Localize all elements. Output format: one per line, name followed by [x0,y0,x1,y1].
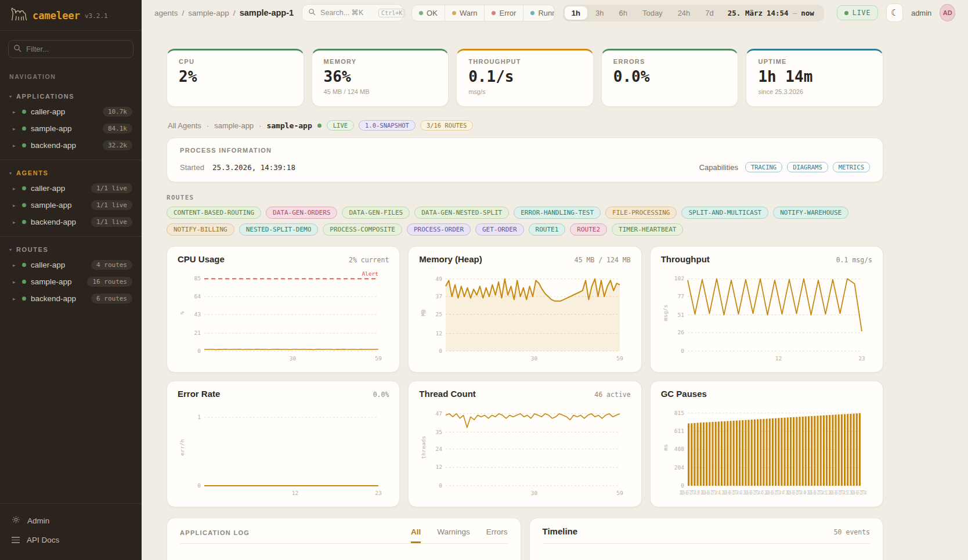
log-tab-all[interactable]: All [411,528,421,543]
svg-text:204: 204 [674,464,684,471]
username: admin [911,9,931,17]
status-filter-label: OK [427,9,438,17]
time-range-6h[interactable]: 6h [612,6,634,20]
time-range-3h[interactable]: 3h [588,6,611,20]
log-tab-warnings[interactable]: Warnings [437,528,470,543]
chart-current-value: 2% current [349,256,389,264]
breadcrumb-separator: / [233,9,236,17]
chart-current-value: 45 MB / 124 MB [575,256,631,264]
agentbar-app-link[interactable]: sample-app [214,121,254,130]
route-chip-file-processing[interactable]: FILE-PROCESSING [605,207,677,219]
sidebar-item-routes-sample-app[interactable]: ▸ sample-app 16 routes [0,273,142,290]
sidebar-item-routes-backend-app[interactable]: ▸ backend-app 6 routes [0,290,142,307]
app-logo[interactable]: cameleer v3.2.1 [0,0,142,31]
dark-mode-toggle[interactable]: ☾ [886,3,902,22]
count-badge: 84.1k [103,124,132,133]
svg-text:35: 35 [436,429,442,435]
sidebar-footer-admin[interactable]: Admin [0,511,142,530]
status-filter-ok[interactable]: OK [412,5,445,21]
kpi-label: ERRORS [613,58,727,65]
status-dot-icon [452,11,456,15]
sidebar-item-agents-sample-app[interactable]: ▸ sample-app 1/1 live [0,197,142,214]
capabilities-group: Capabilities TRACINGDIAGRAMSMETRICS [699,162,870,172]
section-header-applications[interactable]: ▾ APPLICATIONS [0,89,142,103]
sidebar-item-applications-sample-app[interactable]: ▸ sample-app 84.1k [0,120,142,137]
time-range-24h[interactable]: 24h [671,6,698,20]
capabilities-label: Capabilities [699,163,738,172]
moon-icon: ☾ [891,8,898,18]
svg-text:59: 59 [617,355,624,362]
kpi-value: 1h 14m [758,68,871,85]
sidebar-item-applications-caller-app[interactable]: ▸ caller-app 10.7k [0,103,142,120]
svg-text:23: 23 [375,490,381,496]
chevron-right-icon: ▸ [13,186,17,192]
route-chip-get-order[interactable]: GET-ORDER [475,223,524,236]
live-toggle[interactable]: LIVE [837,5,879,20]
kpi-card-memory: MEMORY 36% 45 MB / 124 MB [312,49,449,107]
status-dot-icon [22,220,26,224]
time-range-1h[interactable]: 1h [565,6,587,20]
status-filter-running[interactable]: Running [523,5,554,21]
route-chip-data-gen-files[interactable]: DATA-GEN-FILES [342,207,410,219]
chart-plot: 021436485%3059Alert [178,268,384,364]
route-chip-timer-heartbeat[interactable]: TIMER-HEARTBEAT [612,223,683,236]
route-chip-data-gen-nested-split[interactable]: DATA-GEN-NESTED-SPLIT [414,207,509,219]
item-name: backend-app [31,294,86,303]
svg-text:30: 30 [531,490,538,496]
route-chip-process-order[interactable]: PROCESS-ORDER [407,223,471,236]
status-dot-icon [419,11,423,15]
time-range-display[interactable]: 25. März 14:54 — now [722,9,822,17]
route-chip-notify-billing[interactable]: NOTIFY-BILLING [167,223,234,236]
live-dot-icon [844,11,848,15]
sidebar-item-agents-caller-app[interactable]: ▸ caller-app 1/1 live [0,180,142,197]
section-header-routes[interactable]: ▾ ROUTES [0,243,142,256]
sidebar-item-applications-backend-app[interactable]: ▸ backend-app 32.2k [0,137,142,154]
route-chip-nested-split-demo[interactable]: NESTED-SPLIT-DEMO [239,223,319,236]
chart-title: Throughput [661,254,710,264]
agentbar-all-agents-link[interactable]: All Agents [168,121,201,130]
chart-title: Thread Count [419,389,476,399]
route-chip-process-composite[interactable]: PROCESS-COMPOSITE [323,223,402,236]
kpi-card-uptime: UPTIME 1h 14m since 25.3.2026 [746,49,883,107]
avatar[interactable]: AD [940,4,955,21]
route-chip-route2[interactable]: ROUTE2 [570,223,607,236]
kpi-label: THROUGHPUT [468,58,581,65]
charts-grid: CPU Usage 2% current 021436485%3059Alert… [167,246,883,507]
chart-current-value: 46 active [594,391,630,399]
route-chip-split-and-multicast[interactable]: SPLIT-AND-MULTICAST [681,207,768,219]
sidebar-footer-api-docs[interactable]: API Docs [0,530,142,550]
route-chip-error-handling-test[interactable]: ERROR-HANDLING-TEST [514,207,601,219]
sidebar-item-agents-backend-app[interactable]: ▸ backend-app 1/1 live [0,214,142,230]
kpi-card-errors: ERRORS 0.0% [601,49,739,107]
sidebar-item-routes-caller-app[interactable]: ▸ caller-app 4 routes [0,256,142,273]
log-tab-errors[interactable]: Errors [486,528,508,543]
status-dot-icon [22,203,26,207]
time-range-7d[interactable]: 7d [698,6,720,20]
timeline-event-count: 50 events [834,528,870,536]
global-search[interactable]: Ctrl+K [302,4,403,21]
status-filter-warn[interactable]: Warn [445,5,485,21]
route-chip-notify-warehouse[interactable]: NOTIFY-WAREHOUSE [773,207,848,219]
process-information-card: PROCESS INFORMATION Started 25.3.2026, 1… [167,138,883,182]
svg-text:102: 102 [674,275,684,281]
sidebar-filter-input[interactable] [8,40,133,58]
route-chip-content-based-routing[interactable]: CONTENT-BASED-ROUTING [167,207,261,219]
count-badge: 16 routes [87,277,132,287]
search-input[interactable] [320,9,374,17]
routes-block: ROUTES CONTENT-BASED-ROUTINGDATA-GEN-ORD… [167,194,883,236]
route-chip-data-gen-orders[interactable]: DATA-GEN-ORDERS [266,207,337,219]
menu-icon [12,535,20,545]
timeline-card: Timeline 50 events [529,518,884,560]
chart-title: GC Pauses [661,389,707,399]
time-range-today[interactable]: Today [635,6,670,20]
breadcrumb-agents[interactable]: agents [154,9,178,17]
count-badge: 4 routes [91,260,132,270]
route-chip-route1[interactable]: ROUTE1 [529,223,566,236]
svg-text:0: 0 [681,348,684,354]
camel-logo-icon [9,7,28,24]
svg-text:Alert: Alert [362,270,378,277]
chart-card-error-rate: Error Rate 0.0% 01err/h1223 [167,381,400,507]
status-filter-error[interactable]: Error [484,5,523,21]
breadcrumb-sample-app[interactable]: sample-app [188,9,229,17]
section-header-agents[interactable]: ▾ AGENTS [0,166,142,180]
